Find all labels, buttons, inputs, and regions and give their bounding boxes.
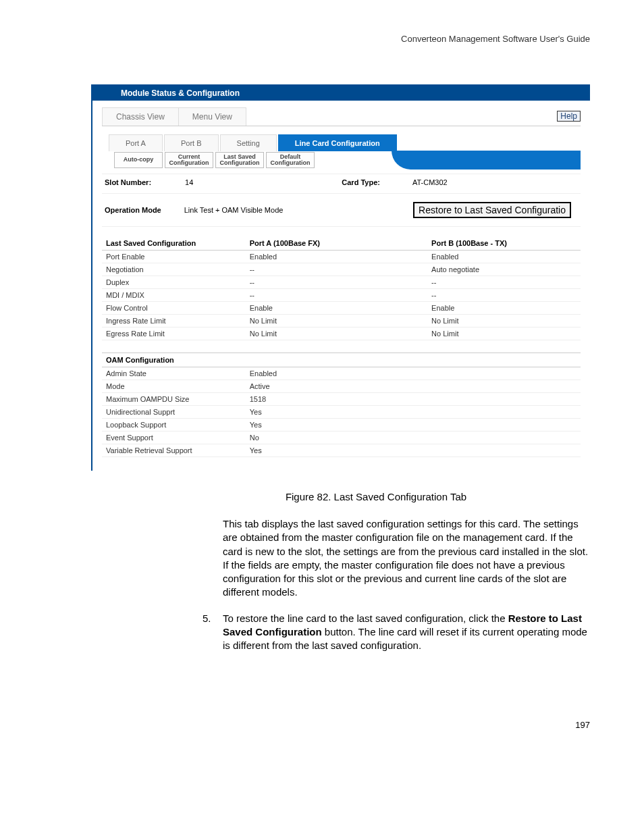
tab-chassis-view[interactable]: Chassis View [102,107,179,126]
slot-card-info: Slot Number: 14 Card Type: AT-CM302 [102,174,581,194]
cfg-row-label: Duplex [102,276,246,289]
body-paragraph: This tab displays the last saved configu… [223,517,590,600]
cfg-row-port-b: Auto negotiate [427,263,581,276]
tab-port-b[interactable]: Port B [164,134,219,151]
cfg-header-label: Last Saved Configuration [102,236,246,251]
card-type-value: AT-CM302 [412,178,448,186]
slot-number-value: 14 [185,178,193,186]
cfg-row-port-a: Enable [246,302,427,315]
oam-row-value: Active [246,380,581,393]
oam-header: OAM Configuration [102,353,581,367]
subtab-auto-copy[interactable]: Auto-copy [114,152,163,168]
cfg-row-label: Negotiation [102,263,246,276]
oam-row-label: Variable Retrieval Support [102,444,246,457]
tab-line-card-configuration[interactable]: Line Card Configuration [278,134,397,151]
cfg-row-label: Port Enable [102,251,246,263]
table-row: Ingress Rate Limit No Limit No Limit [102,315,581,328]
table-row: Event Support No [102,432,581,444]
port-tabs: Port A Port B Setting Line Card Configur… [109,134,581,151]
subtab-current-configuration[interactable]: Current Configuration [165,152,213,168]
step-number: 5. [203,612,223,653]
restore-button[interactable]: Restore to Last Saved Configuratio [413,202,571,218]
operation-mode-label: Operation Mode [105,206,161,214]
cfg-row-port-b: Enable [427,302,581,315]
cfg-row-label: Egress Rate Limit [102,328,246,340]
oam-row-value: Yes [246,406,581,419]
step-text-before: To restore the line card to the last sav… [223,613,508,624]
oam-row-value: Yes [246,444,581,457]
table-row: Negotiation -- Auto negotiate [102,263,581,276]
cfg-row-port-a: -- [246,289,427,302]
oam-row-value: Enabled [246,367,581,380]
table-row: Loopback Support Yes [102,419,581,432]
oam-row-label: Maximum OAMPDU Size [102,393,246,406]
subtab-last-saved-configuration[interactable]: Last Saved Configuration [215,152,264,168]
cfg-header-port-b: Port B (100Base - TX) [427,236,581,251]
table-row: MDI / MDIX -- -- [102,289,581,302]
cfg-row-port-a: No Limit [246,328,427,340]
table-row: Port Enable Enabled Enabled [102,251,581,263]
numbered-step: 5. To restore the line card to the last … [203,612,590,653]
cfg-row-port-a: -- [246,276,427,289]
slot-number-label: Slot Number: [105,178,151,186]
oam-row-label: Admin State [102,367,246,380]
window-title: Module Status & Configuration [92,86,590,101]
oam-row-label: Event Support [102,432,246,444]
tab-port-a[interactable]: Port A [109,134,163,151]
help-button[interactable]: Help [557,111,581,122]
subtab-default-configuration[interactable]: Default Configuration [266,152,315,168]
figure-caption: Figure 82. Last Saved Configuration Tab [162,491,590,502]
cfg-row-port-a: -- [246,263,427,276]
oam-row-label: Unidirectional Supprt [102,406,246,419]
oam-row-value: 1518 [246,393,581,406]
oam-row-label: Mode [102,380,246,393]
operation-mode-value: Link Test + OAM Visible Mode [184,206,284,214]
cfg-row-port-b: -- [427,289,581,302]
sub-tabs: Auto-copy Current Configuration Last Sav… [114,151,581,168]
tab-menu-view[interactable]: Menu View [178,107,246,126]
cfg-row-port-a: No Limit [246,315,427,328]
cfg-row-port-b: Enabled [427,251,581,263]
oam-config-table: OAM Configuration Admin State Enabled Mo… [102,353,581,457]
page-number: 197 [54,720,590,730]
table-row: Flow Control Enable Enable [102,302,581,315]
table-row: Mode Active [102,380,581,393]
table-row: Egress Rate Limit No Limit No Limit [102,328,581,340]
cfg-header-port-a: Port A (100Base FX) [246,236,427,251]
table-row: Admin State Enabled [102,367,581,380]
cfg-row-label: Ingress Rate Limit [102,315,246,328]
table-row: Duplex -- -- [102,276,581,289]
document-header: Converteon Management Software User's Gu… [54,34,590,44]
oam-row-label: Loopback Support [102,419,246,432]
tab-accent-bar: Auto-copy Current Configuration Last Sav… [102,151,581,170]
table-row: Unidirectional Supprt Yes [102,406,581,419]
card-type-label: Card Type: [342,178,380,186]
cfg-row-port-a: Enabled [246,251,427,263]
app-window: Module Status & Configuration Chassis Vi… [91,84,590,471]
oam-row-value: Yes [246,419,581,432]
cfg-row-port-b: No Limit [427,315,581,328]
last-saved-config-table: Last Saved Configuration Port A (100Base… [102,236,581,340]
oam-row-value: No [246,432,581,444]
cfg-row-label: MDI / MDIX [102,289,246,302]
view-tabs: Chassis View Menu View Help [102,107,581,126]
cfg-row-port-b: No Limit [427,328,581,340]
operation-mode-row: Operation Mode Link Test + OAM Visible M… [102,194,581,227]
tab-setting[interactable]: Setting [220,134,277,151]
cfg-row-label: Flow Control [102,302,246,315]
table-row: Maximum OAMPDU Size 1518 [102,393,581,406]
cfg-row-port-b: -- [427,276,581,289]
table-row: Variable Retrieval Support Yes [102,444,581,457]
